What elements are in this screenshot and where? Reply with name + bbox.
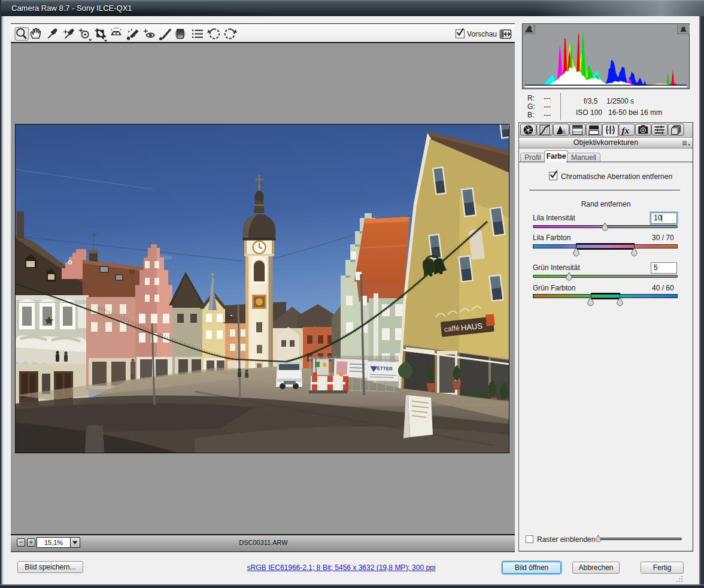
svg-text:fx: fx bbox=[621, 126, 629, 135]
svg-text:caffé: caffé bbox=[444, 323, 460, 334]
svg-text:VETTER: VETTER bbox=[374, 366, 393, 372]
